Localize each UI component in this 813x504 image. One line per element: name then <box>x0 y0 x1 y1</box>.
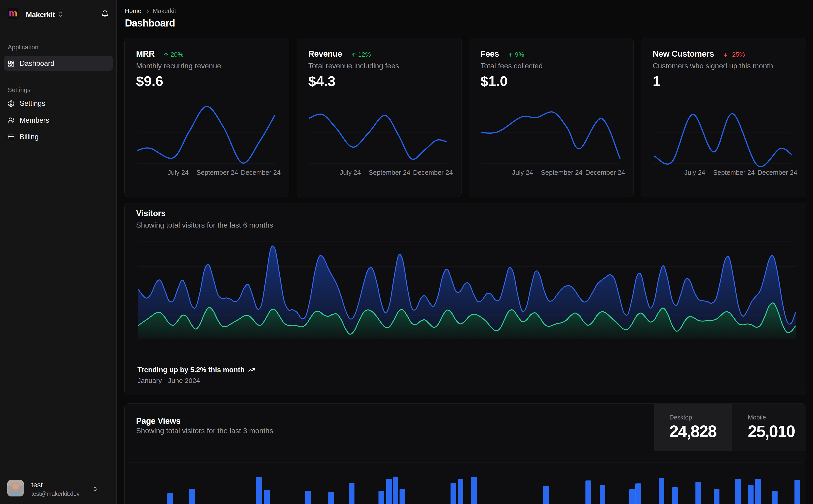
svg-text:m: m <box>9 8 17 19</box>
